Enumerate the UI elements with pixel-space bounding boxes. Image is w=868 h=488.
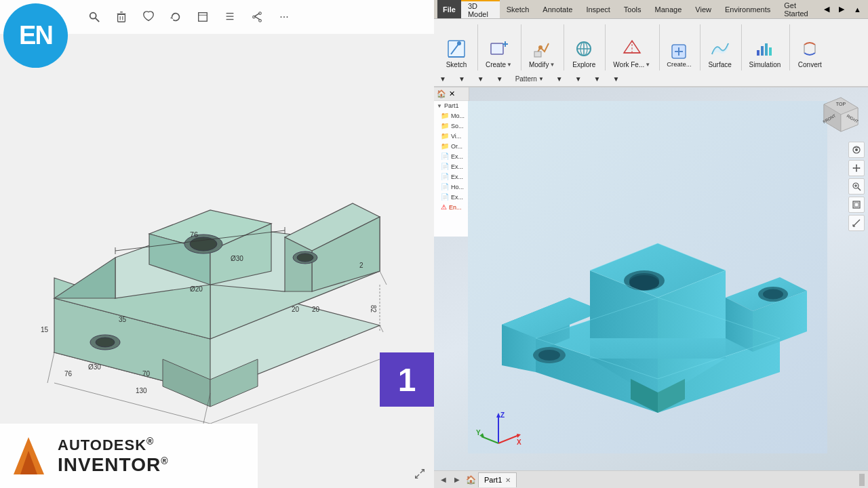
- ribbon-scroll-right[interactable]: ▶: [835, 3, 848, 15]
- tree-item-ex2[interactable]: 📄 Ex...: [434, 161, 469, 171]
- tree-item-ho[interactable]: 📄 Ho...: [434, 182, 469, 192]
- explore-button[interactable]: Explore: [568, 35, 599, 70]
- model-tree-home-icon[interactable]: 🏠: [437, 89, 446, 98]
- modify-icon: [530, 37, 554, 61]
- error-icon: ⚠: [441, 203, 447, 211]
- simulation-pattern-item[interactable]: ▼: [594, 75, 601, 83]
- svg-rect-63: [448, 41, 465, 57]
- ribbon: File 3D Model Sketch Annotate Inspect To…: [434, 0, 868, 87]
- more-icon[interactable]: ···: [277, 9, 292, 24]
- svg-text:Ø30: Ø30: [88, 363, 101, 371]
- model-tree-close-icon[interactable]: ✕: [449, 89, 455, 98]
- svg-text:15: 15: [41, 326, 49, 333]
- view-cube[interactable]: TOP FRONT RIGHT: [821, 94, 861, 135]
- ribbon-expand[interactable]: ▲: [850, 4, 865, 15]
- tab-nav-right[interactable]: ▶: [451, 474, 463, 486]
- create-button[interactable]: Create ▼: [482, 35, 515, 70]
- workfe-dropdown-arrow[interactable]: ▼: [645, 62, 650, 68]
- workfe-button[interactable]: Work Fe... ▼: [610, 35, 654, 70]
- ribbon-group-sketch: Sketch: [438, 24, 478, 70]
- modify-dropdown-arrow[interactable]: ▼: [549, 62, 555, 68]
- modify-pattern-item[interactable]: ▼: [477, 75, 484, 83]
- sketch-button[interactable]: Sketch: [441, 35, 472, 70]
- create-dropdown-arrow[interactable]: ▼: [507, 62, 512, 68]
- viewport-area[interactable]: 🏠 ✕ ▼ Part1 📁 Mo... 📁 So... 📁 Vi... 📁: [434, 87, 868, 470]
- share-icon[interactable]: [250, 9, 264, 24]
- orbit-button[interactable]: [848, 142, 865, 158]
- model-tree-header: 🏠 ✕: [434, 87, 469, 101]
- inventor-logo-icon: [10, 434, 47, 478]
- tab-get-started[interactable]: Get Started: [777, 0, 821, 18]
- heart-icon[interactable]: [141, 9, 156, 24]
- pattern-label-item[interactable]: Pattern ▼: [515, 75, 544, 83]
- tree-item-vi[interactable]: 📁 Vi...: [434, 131, 469, 141]
- explore-pattern-item[interactable]: ▼: [496, 75, 503, 83]
- tab-inspect[interactable]: Inspect: [579, 0, 616, 18]
- tree-item-part1[interactable]: ▼ Part1: [434, 101, 469, 110]
- hole-icon: 📄: [441, 183, 449, 190]
- convert-button[interactable]: Convert: [794, 35, 825, 70]
- ribbon-group-modify: Modify ▼: [523, 24, 564, 70]
- crop-icon[interactable]: [195, 9, 210, 24]
- fit-view-button[interactable]: [848, 197, 865, 213]
- scrollbar-handle[interactable]: [859, 474, 865, 486]
- delete-icon[interactable]: [114, 9, 129, 24]
- zoom-button[interactable]: [848, 178, 865, 195]
- create2-icon: [669, 42, 688, 61]
- svg-line-131: [853, 220, 860, 226]
- svg-point-64: [457, 41, 461, 45]
- ribbon-scroll-left[interactable]: ◀: [821, 3, 833, 15]
- part1-tab-close[interactable]: ✕: [505, 476, 511, 484]
- right-panel: File 3D Model Sketch Annotate Inspect To…: [434, 0, 868, 488]
- workfe-pattern-item[interactable]: ▼: [556, 75, 563, 83]
- modify-button[interactable]: Modify ▼: [526, 35, 558, 70]
- tab-tools[interactable]: Tools: [617, 0, 648, 18]
- surface-button[interactable]: Surface: [705, 35, 736, 70]
- simulation-button[interactable]: Simulation: [746, 35, 785, 70]
- create-pattern-item[interactable]: ▼: [458, 75, 465, 83]
- svg-text:76: 76: [64, 370, 73, 378]
- extrude3-icon: 📄: [441, 173, 449, 180]
- tree-item-or[interactable]: 📁 Or...: [434, 141, 469, 151]
- tree-item-so[interactable]: 📁 So...: [434, 121, 469, 131]
- drawing-area: 76 2 82 15 20 20 Ø20 Ø30 35 Ø30 130 76 7…: [0, 0, 434, 488]
- pan-button[interactable]: [848, 160, 865, 176]
- tab-view[interactable]: View: [688, 0, 718, 18]
- part1-tab[interactable]: Part1 ✕: [478, 472, 517, 487]
- left-panel: 76 2 82 15 20 20 Ø20 Ø30 35 Ø30 130 76 7…: [0, 0, 434, 488]
- create2-label: Create...: [667, 61, 691, 68]
- sketch-pattern-item[interactable]: ▼: [439, 75, 446, 83]
- tab-sketch[interactable]: Sketch: [500, 0, 536, 18]
- tools-icon[interactable]: [222, 9, 237, 24]
- tab-nav-left[interactable]: ◀: [437, 474, 450, 486]
- tab-home-button[interactable]: 🏠: [465, 474, 477, 486]
- sketch-label: Sketch: [446, 61, 467, 68]
- search-icon[interactable]: [87, 9, 102, 24]
- 3d-model-svg: [468, 101, 827, 453]
- surface-label: Surface: [708, 61, 731, 68]
- refresh-icon[interactable]: [168, 9, 183, 24]
- tree-item-ex3[interactable]: 📄 Ex...: [434, 171, 469, 182]
- svg-rect-66: [491, 43, 503, 54]
- svg-text:82: 82: [370, 305, 377, 313]
- svg-text:35: 35: [119, 316, 127, 323]
- tab-environments[interactable]: Environments: [718, 0, 777, 18]
- tab-annotate[interactable]: Annotate: [536, 0, 579, 18]
- tab-file[interactable]: File: [437, 0, 461, 18]
- tree-item-ex1[interactable]: 📄 Ex...: [434, 151, 469, 161]
- svg-rect-51: [199, 13, 208, 22]
- svg-text:Ø20: Ø20: [190, 285, 203, 293]
- number-badge: 1: [380, 352, 434, 407]
- tree-item-mo[interactable]: 📁 Mo...: [434, 110, 469, 121]
- convert-pattern-item[interactable]: ▼: [613, 75, 620, 83]
- measure-button[interactable]: [848, 215, 865, 231]
- tab-3dmodel[interactable]: 3D Model: [461, 0, 500, 18]
- nav-tools: [848, 142, 865, 231]
- tab-manage[interactable]: Manage: [648, 0, 689, 18]
- tree-item-en[interactable]: ⚠ En...: [434, 202, 469, 212]
- tree-item-ex4[interactable]: 📄 Ex...: [434, 192, 469, 202]
- svg-point-69: [538, 45, 542, 49]
- create2-button[interactable]: Create...: [664, 41, 694, 69]
- expand-icon[interactable]: [414, 468, 429, 483]
- surface-pattern-item[interactable]: ▼: [575, 75, 582, 83]
